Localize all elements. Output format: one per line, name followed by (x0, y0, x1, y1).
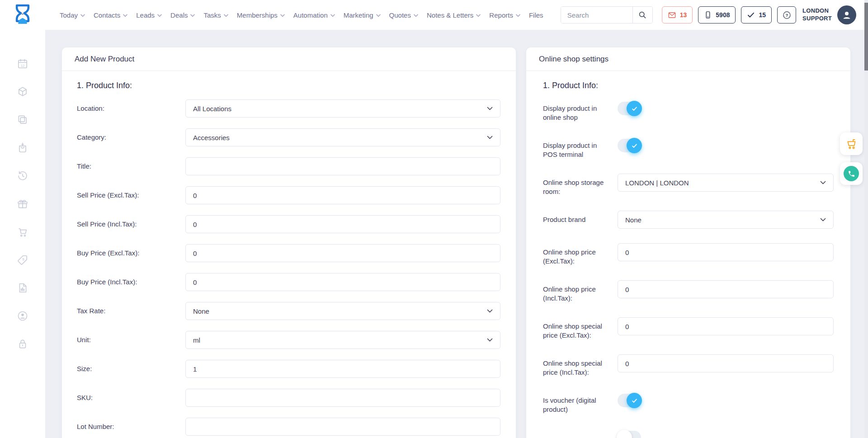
field-row-online-shop-special-price-incl-tax: Online shop special price (Incl.Tax): (543, 354, 834, 377)
nav-item-memberships[interactable]: Memberships (237, 11, 285, 19)
nav-item-leads[interactable]: Leads (136, 11, 162, 19)
field-row-buy-price-excl-tax: Buy Price (Excl.Tax): (77, 244, 500, 262)
sell-price-excl-tax-input[interactable] (185, 186, 500, 204)
chevron-down-icon (414, 13, 418, 17)
field-label: Online shop price (Incl.Tax): (543, 280, 618, 303)
calls-badge[interactable]: 5908 (698, 6, 736, 24)
field-label: Display product in online shop (543, 99, 618, 122)
sidebar-item-calendar[interactable]: 12 (17, 58, 28, 70)
package-icon (17, 91, 28, 99)
topbar-actions: 13 5908 15 ? LONDON SUPPORT (561, 5, 868, 24)
location-select[interactable]: All Locations (185, 99, 500, 118)
user-circle-icon (17, 316, 28, 323)
nav-item-label: Deals (170, 11, 188, 19)
field-label: Lot Number: (77, 418, 185, 431)
user-name: LONDON SUPPORT (802, 7, 832, 23)
display-in-online-shop-toggle[interactable] (618, 102, 641, 115)
sidebar-item-cart[interactable] (17, 226, 28, 238)
nav-item-quotes[interactable]: Quotes (389, 11, 418, 19)
field-label: Display product in POS terminal (543, 137, 618, 159)
completed-badge[interactable]: 15 (741, 6, 772, 24)
nav-item-label: Notes & Letters (427, 11, 473, 19)
completed-count: 15 (759, 11, 766, 19)
field-label: Size: (77, 360, 185, 373)
display-in-pos-terminal-toggle[interactable] (618, 139, 641, 152)
buy-price-incl-tax-input[interactable] (185, 273, 500, 291)
calendar-icon: 12 (17, 63, 28, 71)
nav-item-today[interactable]: Today (60, 11, 85, 19)
sidebar-item-copy[interactable] (17, 114, 28, 126)
scrollbar-thumb[interactable] (864, 3, 868, 71)
section-title: 1. Product Info: (77, 71, 500, 90)
chevron-down-icon (487, 309, 493, 313)
panel-title: Add New Product (62, 47, 516, 71)
product-info-form: Location:All LocationsCategory:Accessori… (77, 99, 500, 436)
sidebar-item-package[interactable] (17, 86, 28, 98)
history-icon (17, 175, 28, 183)
online-shop-price-excl-tax-input[interactable] (618, 243, 834, 261)
unit-select[interactable]: ml (185, 331, 500, 349)
nav-item-label: Contacts (94, 11, 120, 19)
field-label: Location: (77, 99, 185, 113)
nav-item-notes-letters[interactable]: Notes & Letters (427, 11, 481, 19)
select-value: All Locations (193, 105, 231, 113)
buy-price-excl-tax-input[interactable] (185, 244, 500, 262)
online-shop-button[interactable] (840, 132, 863, 155)
size-input[interactable] (185, 360, 500, 378)
nav-item-marketing[interactable]: Marketing (344, 11, 381, 19)
sidebar-item-gift[interactable] (17, 198, 28, 210)
chevron-down-icon (820, 218, 826, 222)
sidebar-item-price-tag[interactable]: $ (17, 254, 28, 266)
sidebar-item-lock[interactable] (17, 338, 28, 350)
field-row-size: Size: (77, 360, 500, 378)
lot-number-input[interactable] (185, 418, 500, 436)
online-shop-price-incl-tax-input[interactable] (618, 280, 834, 298)
product-brand-select[interactable]: None (618, 211, 834, 229)
scrollbar[interactable] (864, 0, 868, 438)
nav-item-tasks[interactable]: Tasks (203, 11, 228, 19)
cut-off-toggle[interactable] (618, 431, 641, 438)
user-avatar[interactable] (837, 5, 856, 24)
sidebar-item-history[interactable] (17, 170, 28, 182)
online-shop-settings-panel: Online shop settings 1. Product Info: Di… (526, 47, 850, 438)
select-value: None (625, 216, 642, 224)
online-shop-special-price-excl-tax-input[interactable] (618, 317, 834, 335)
user-name-line2: SUPPORT (802, 15, 832, 23)
nav-item-automation[interactable]: Automation (293, 11, 335, 19)
field-label: Online shop storage room: (543, 174, 618, 196)
tax-rate-select[interactable]: None (185, 302, 500, 320)
left-sidebar: 12$ (0, 30, 45, 438)
sell-price-incl-tax-input[interactable] (185, 215, 500, 233)
online-shop-storage-room-select[interactable]: LONDON | LONDON (618, 174, 834, 192)
user-name-line1: LONDON (802, 7, 832, 15)
nav-item-contacts[interactable]: Contacts (94, 11, 127, 19)
field-label: Title: (77, 157, 185, 171)
field-label: Is voucher (digital product) (543, 391, 618, 414)
search-icon[interactable] (632, 7, 652, 23)
category-select[interactable]: Accessories (185, 128, 500, 146)
sidebar-item-account[interactable] (17, 310, 28, 322)
call-button[interactable] (840, 162, 863, 185)
search-input[interactable] (561, 7, 632, 23)
sidebar-item-bag-import[interactable] (17, 142, 28, 154)
field-row-online-shop-price-excl-tax: Online shop price (Excl.Tax): (543, 243, 834, 266)
sidebar-item-report[interactable] (17, 282, 28, 294)
title-input[interactable] (185, 157, 500, 175)
online-shop-special-price-incl-tax-input[interactable] (618, 354, 834, 372)
nav-item-deals[interactable]: Deals (170, 11, 195, 19)
messages-badge[interactable]: 13 (662, 6, 693, 24)
field-label: Online shop special price (Excl.Tax): (543, 317, 618, 340)
field-label: Sell Price (Incl.Tax): (77, 215, 185, 229)
help-button[interactable]: ? (777, 6, 796, 24)
sku-input[interactable] (185, 389, 500, 407)
nav-item-files[interactable]: Files (529, 11, 543, 19)
app-logo[interactable] (13, 4, 33, 26)
price-tag-icon: $ (17, 259, 28, 267)
section-title: 1. Product Info: (543, 71, 834, 90)
nav-item-label: Tasks (203, 11, 221, 19)
bag-download-icon (17, 147, 28, 155)
nav-item-reports[interactable]: Reports (489, 11, 520, 19)
field-row-display-in-pos-terminal: Display product in POS terminal (543, 137, 834, 159)
chevron-down-icon (330, 13, 335, 17)
is-voucher-toggle[interactable] (618, 394, 641, 407)
